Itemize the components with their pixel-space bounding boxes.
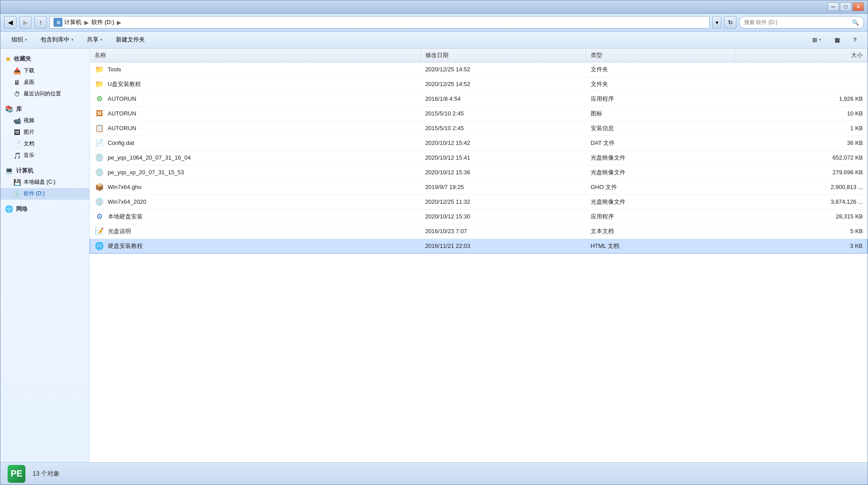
sidebar-section-computer: 💻 计算机 💾 本地磁盘 (C:) 💿 软件 (D:): [0, 165, 89, 200]
file-size-4: 1 KB: [735, 121, 868, 136]
sidebar-header-computer[interactable]: 💻 计算机: [0, 165, 89, 177]
column-name[interactable]: 名称: [90, 49, 421, 62]
share-button[interactable]: 共享 ▾: [81, 33, 108, 46]
file-size-12: 3 KB: [735, 238, 868, 253]
file-type-2: 应用程序: [586, 91, 735, 106]
pictures-icon: 🖼: [13, 128, 21, 136]
refresh-button[interactable]: ↻: [724, 16, 736, 29]
table-row[interactable]: 📝 光盘说明 2016/10/23 7:07 文本文档 5 KB: [90, 224, 868, 238]
organize-button[interactable]: 组织 ▾: [6, 33, 33, 46]
file-icon-11: 📝: [95, 226, 104, 236]
sidebar-item-download[interactable]: 📥 下载: [0, 65, 89, 77]
status-count: 13 个对象: [33, 470, 60, 478]
file-name-cell-9: 💿 Win7x64_2020: [90, 194, 421, 209]
table-row[interactable]: 💿 Win7x64_2020 2020/12/25 11:32 光盘映像文件 3…: [90, 194, 868, 209]
toolbar: 组织 ▾ 包含到库中 ▾ 共享 ▾ 新建文件夹 ⊞ ▾ ▦ ?: [0, 32, 868, 49]
view-chevron: ▾: [819, 37, 821, 42]
recent-icon: ⏱: [13, 90, 21, 98]
sidebar-section-library: 📚 库 📹 视频 🖼 图片 📄 文档 🎵 音乐: [0, 103, 89, 161]
table-header-row: 名称 修改日期 类型 大小: [90, 49, 868, 62]
table-row[interactable]: 📦 Win7x64.gho 2019/9/7 19:25 GHO 文件 2,90…: [90, 180, 868, 194]
table-row[interactable]: 📄 Config.dat 2020/10/12 15:42 DAT 文件 36 …: [90, 136, 868, 150]
back-button[interactable]: ◀: [4, 16, 16, 29]
file-name-5: Config.dat: [108, 140, 134, 146]
file-type-1: 文件夹: [586, 77, 735, 91]
library-folder-icon: 📚: [5, 105, 13, 113]
table-row[interactable]: 📋 AUTORUN 2015/5/10 2:45 安装信息 1 KB: [90, 121, 868, 136]
view-icon: ⊞: [812, 37, 817, 43]
table-row[interactable]: 🖼 AUTORUN 2015/5/10 2:45 图标 10 KB: [90, 106, 868, 121]
file-name-cell-8: 📦 Win7x64.gho: [90, 180, 421, 194]
include-label: 包含到库中: [41, 36, 70, 44]
preview-button[interactable]: ▦: [829, 33, 846, 46]
file-name-cell-12: 🌐 硬盘安装教程: [90, 238, 421, 253]
sidebar-label-documents: 文档: [24, 140, 34, 148]
search-input[interactable]: [744, 19, 849, 25]
file-modified-5: 2020/10/12 15:42: [421, 136, 586, 150]
file-name-cell-2: ⚙ AUTORUN: [90, 91, 421, 106]
table-row[interactable]: 🌐 硬盘安装教程 2016/11/21 22:03 HTML 文档 3 KB: [90, 238, 868, 253]
file-area[interactable]: 名称 修改日期 类型 大小 📁 Tools 2020/12/25 14:52 文…: [90, 49, 868, 462]
table-row[interactable]: ⚙ 本地硬盘安装 2020/10/12 15:30 应用程序 28,315 KB: [90, 209, 868, 224]
sidebar-item-pictures[interactable]: 🖼 图片: [0, 127, 89, 138]
sidebar-item-music[interactable]: 🎵 音乐: [0, 150, 89, 161]
title-bar: ─ □ ✕: [0, 0, 868, 14]
file-modified-0: 2020/12/25 14:52: [421, 62, 586, 77]
forward-button[interactable]: ▶: [19, 16, 32, 29]
file-type-8: GHO 文件: [586, 180, 735, 194]
main-area: ★ 收藏夹 📥 下载 🖥 桌面 ⏱ 最近访问的位置: [0, 49, 868, 462]
up-button[interactable]: ↑: [34, 16, 47, 29]
address-path[interactable]: 🖥 计算机 ▶ 软件 (D:) ▶: [49, 16, 710, 29]
file-name-4: AUTORUN: [108, 125, 136, 132]
maximize-button[interactable]: □: [840, 2, 852, 11]
video-icon: 📹: [13, 117, 21, 125]
address-dropdown[interactable]: ▾: [712, 16, 721, 29]
table-row[interactable]: 💿 pe_yqs_xp_20_07_31_15_53 2020/10/12 15…: [90, 165, 868, 180]
table-row[interactable]: 📁 Tools 2020/12/25 14:52 文件夹: [90, 62, 868, 77]
sidebar-label-drive-c: 本地磁盘 (C:): [24, 178, 55, 186]
file-icon-3: 🖼: [95, 109, 104, 119]
table-row[interactable]: 📁 U盘安装教程 2020/12/25 14:52 文件夹: [90, 77, 868, 91]
sidebar-header-library[interactable]: 📚 库: [0, 103, 89, 115]
column-modified[interactable]: 修改日期: [421, 49, 586, 62]
file-modified-10: 2020/10/12 15:30: [421, 209, 586, 224]
path-drive: 软件 (D:): [91, 18, 114, 26]
table-row[interactable]: 💿 pe_yqs_1064_20_07_31_16_04 2020/10/12 …: [90, 150, 868, 165]
file-size-3: 10 KB: [735, 106, 868, 121]
new-folder-button[interactable]: 新建文件夹: [110, 33, 151, 46]
column-type[interactable]: 类型: [586, 49, 735, 62]
table-row[interactable]: ⚙ AUTORUN 2016/1/8 4:54 应用程序 1,926 KB: [90, 91, 868, 106]
file-icon-0: 📁: [95, 65, 104, 74]
file-size-5: 36 KB: [735, 136, 868, 150]
file-icon-1: 📁: [95, 79, 104, 89]
network-icon: 🌐: [5, 205, 13, 213]
sidebar-header-network[interactable]: 🌐 网络: [0, 203, 89, 215]
sidebar-item-video[interactable]: 📹 视频: [0, 115, 89, 127]
search-box[interactable]: 🔍: [739, 16, 864, 29]
sidebar-label-recent: 最近访问的位置: [24, 90, 61, 98]
file-name-2: AUTORUN: [108, 95, 136, 102]
file-modified-3: 2015/5/10 2:45: [421, 106, 586, 121]
view-button[interactable]: ⊞ ▾: [806, 33, 827, 46]
sidebar-item-drive-d[interactable]: 💿 软件 (D:): [0, 188, 89, 200]
help-button[interactable]: ?: [847, 33, 862, 46]
sidebar-item-recent[interactable]: ⏱ 最近访问的位置: [0, 88, 89, 100]
file-type-3: 图标: [586, 106, 735, 121]
sidebar-label-drive-d: 软件 (D:): [24, 190, 45, 197]
minimize-button[interactable]: ─: [827, 2, 839, 11]
sidebar: ★ 收藏夹 📥 下载 🖥 桌面 ⏱ 最近访问的位置: [0, 49, 90, 462]
sidebar-item-documents[interactable]: 📄 文档: [0, 138, 89, 150]
sidebar-computer-label: 计算机: [16, 167, 33, 175]
column-size[interactable]: 大小: [735, 49, 868, 62]
include-button[interactable]: 包含到库中 ▾: [35, 33, 79, 46]
sidebar-header-favorites[interactable]: ★ 收藏夹: [0, 53, 89, 65]
file-icon-7: 💿: [95, 168, 104, 177]
download-icon: 📥: [13, 67, 21, 75]
file-type-4: 安装信息: [586, 121, 735, 136]
file-name-cell-11: 📝 光盘说明: [90, 224, 421, 238]
sidebar-item-desktop[interactable]: 🖥 桌面: [0, 77, 89, 88]
sidebar-item-drive-c[interactable]: 💾 本地磁盘 (C:): [0, 177, 89, 188]
file-name-7: pe_yqs_xp_20_07_31_15_53: [108, 169, 184, 176]
file-modified-11: 2016/10/23 7:07: [421, 224, 586, 238]
close-button[interactable]: ✕: [852, 2, 864, 11]
